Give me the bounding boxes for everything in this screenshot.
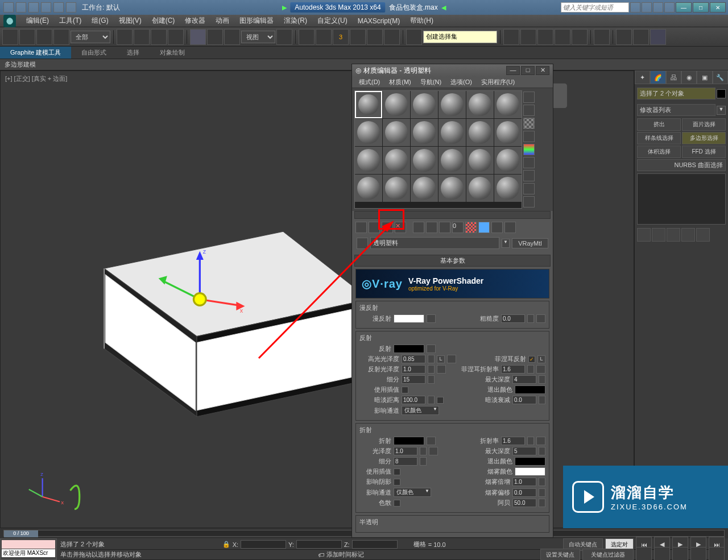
menu-edit[interactable]: 编辑(E) bbox=[22, 15, 53, 27]
dim-falloff-spinner[interactable]: 0.0 bbox=[512, 396, 536, 404]
time-marker[interactable]: 0 / 100 bbox=[4, 530, 38, 537]
fresnel-ior-spinner[interactable]: 1.6 bbox=[501, 365, 525, 374]
pick-material-icon[interactable] bbox=[357, 238, 368, 249]
close-button[interactable]: ✕ bbox=[536, 66, 549, 75]
btn-spline-sel[interactable]: 样条线选择 bbox=[637, 132, 681, 144]
modifier-list[interactable]: 修改器列表 bbox=[637, 104, 715, 116]
utilities-tab-icon[interactable]: 🔧 bbox=[713, 70, 728, 84]
refl-exit-color[interactable] bbox=[515, 385, 545, 394]
material-map-icon[interactable] bbox=[523, 196, 535, 208]
preview-icon[interactable] bbox=[523, 157, 535, 168]
btn-vol-sel[interactable]: 体积选择 bbox=[637, 146, 681, 158]
dropdown-icon[interactable]: ▼ bbox=[502, 239, 510, 248]
arrow-icon[interactable]: ◀ bbox=[441, 4, 446, 11]
btn-nurbs[interactable]: NURBS 曲面选择 bbox=[637, 159, 726, 171]
diffuse-map-button[interactable] bbox=[427, 314, 436, 323]
refl-gloss-spinner[interactable]: 1.0 bbox=[402, 365, 425, 374]
options-icon[interactable] bbox=[523, 170, 535, 181]
selection-set-input[interactable] bbox=[423, 31, 497, 43]
tab-freeform[interactable]: 自由形式 bbox=[71, 47, 117, 59]
refract-map-button[interactable] bbox=[427, 437, 436, 445]
sample-slot[interactable] bbox=[355, 175, 382, 202]
refl-depth-spinner[interactable]: 4 bbox=[512, 375, 536, 384]
render-frame-icon[interactable] bbox=[633, 29, 649, 45]
layers-mgr-icon[interactable] bbox=[537, 29, 553, 45]
setkey-button[interactable]: 设置关键点 bbox=[540, 549, 580, 561]
sample-slot[interactable] bbox=[383, 119, 410, 146]
fog-mult-spinner[interactable]: 1.0 bbox=[512, 478, 536, 486]
lock-icon[interactable]: 🔒 bbox=[222, 541, 230, 548]
spinner-buttons[interactable] bbox=[420, 447, 427, 455]
video-check-icon[interactable] bbox=[523, 144, 535, 155]
sample-slot[interactable] bbox=[466, 175, 494, 202]
mat-menu-mode[interactable]: 模式(D) bbox=[355, 77, 383, 88]
refr-subdiv-spinner[interactable]: 8 bbox=[394, 457, 417, 466]
sample-slot[interactable] bbox=[494, 119, 522, 146]
spinner-snap-icon[interactable] bbox=[384, 29, 400, 45]
search-input[interactable] bbox=[561, 2, 629, 13]
btn-patch-sel[interactable]: 面片选择 bbox=[682, 118, 726, 131]
get-material-icon[interactable] bbox=[355, 222, 367, 233]
sample-slot[interactable] bbox=[411, 91, 438, 118]
sample-slot[interactable] bbox=[494, 91, 522, 118]
hilight-map-button[interactable] bbox=[447, 355, 456, 363]
make-unique-icon[interactable] bbox=[667, 228, 680, 242]
refract-color[interactable] bbox=[394, 437, 424, 445]
refl-channel-combo[interactable]: 仅颜色 bbox=[402, 406, 439, 415]
undo-icon[interactable] bbox=[53, 2, 64, 13]
sample-slot[interactable] bbox=[466, 119, 494, 146]
menu-view[interactable]: 视图(V) bbox=[114, 15, 146, 27]
snap-icon[interactable]: 3 bbox=[333, 29, 349, 45]
fresnel-checkbox[interactable] bbox=[528, 356, 535, 363]
spinner-buttons[interactable] bbox=[527, 437, 534, 445]
sample-slot[interactable] bbox=[383, 175, 410, 202]
arrow-icon[interactable]: ▶ bbox=[282, 4, 287, 11]
move-icon[interactable] bbox=[190, 29, 206, 45]
percent-snap-icon[interactable] bbox=[367, 29, 383, 45]
viewport-label[interactable]: [+] [正交] [真实 + 边面] bbox=[5, 74, 67, 83]
material-editor-titlebar[interactable]: ◎材质编辑器 - 透明塑料 — □ ✕ bbox=[352, 64, 553, 77]
select-by-mat-icon[interactable] bbox=[523, 183, 535, 194]
angle-snap-icon[interactable] bbox=[350, 29, 366, 45]
spinner-buttons[interactable] bbox=[539, 488, 545, 497]
select-icon[interactable] bbox=[117, 29, 133, 45]
refr-gloss-spinner[interactable]: 1.0 bbox=[394, 447, 417, 455]
menu-render[interactable]: 渲染(R) bbox=[279, 15, 312, 27]
menu-tools[interactable]: 工具(T) bbox=[55, 15, 86, 27]
sample-slot[interactable] bbox=[466, 147, 494, 174]
app-icon[interactable]: ⬤ bbox=[3, 15, 16, 27]
backlight-icon[interactable] bbox=[523, 105, 535, 116]
menu-modifiers[interactable]: 修改器 bbox=[180, 15, 210, 27]
make-copy-icon[interactable] bbox=[413, 222, 424, 233]
menu-animation[interactable]: 动画 bbox=[211, 15, 234, 27]
menu-maxscript[interactable]: MAXScript(M) bbox=[353, 16, 405, 26]
sample-slot[interactable] bbox=[439, 119, 466, 146]
close-button[interactable]: ✕ bbox=[710, 2, 726, 13]
app-menu-icon[interactable] bbox=[3, 2, 14, 13]
favorite-icon[interactable] bbox=[653, 2, 663, 13]
tab-paint[interactable]: 对象绘制 bbox=[150, 47, 195, 59]
maximize-button[interactable]: □ bbox=[693, 2, 709, 13]
workspace-label[interactable]: 工作台: 默认 bbox=[82, 3, 120, 13]
sample-slot[interactable] bbox=[411, 147, 438, 174]
spinner-buttons[interactable] bbox=[539, 375, 545, 384]
redo-icon[interactable] bbox=[19, 29, 35, 45]
hilight-gloss-spinner[interactable]: 0.85 bbox=[402, 355, 425, 363]
sample-slot[interactable] bbox=[439, 147, 466, 174]
reset-map-icon[interactable]: ✕ bbox=[395, 222, 406, 233]
refl-interp-checkbox[interactable] bbox=[402, 387, 408, 393]
spinner-buttons[interactable] bbox=[428, 396, 435, 404]
render-icon[interactable] bbox=[650, 29, 666, 45]
align-icon[interactable] bbox=[520, 29, 536, 45]
assign-to-selection-icon[interactable] bbox=[382, 222, 393, 233]
refr-depth-spinner[interactable]: 5 bbox=[512, 447, 536, 455]
put-to-scene-icon[interactable] bbox=[369, 222, 380, 233]
show-map-icon[interactable] bbox=[465, 222, 477, 233]
schematic-icon[interactable] bbox=[572, 29, 588, 45]
coord-y-input[interactable] bbox=[296, 540, 342, 549]
material-editor-icon[interactable] bbox=[594, 29, 610, 45]
maxscript-listener[interactable]: 欢迎使用 MAXScr bbox=[0, 538, 57, 560]
sample-slot[interactable] bbox=[494, 147, 522, 174]
slot-scrollbar[interactable] bbox=[354, 211, 551, 219]
material-type-button[interactable]: VRayMtl bbox=[512, 238, 548, 248]
